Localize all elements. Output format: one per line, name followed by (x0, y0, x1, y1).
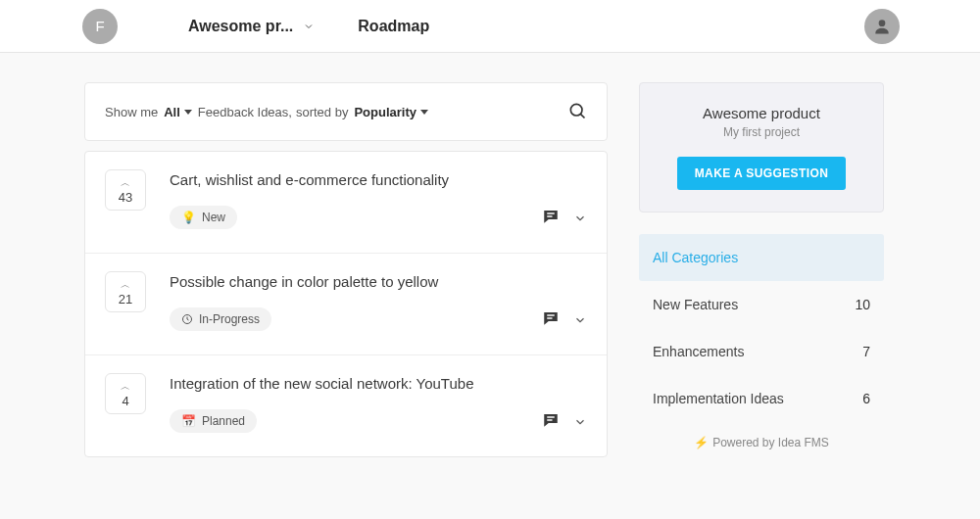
sort-dropdown[interactable]: Popularity (354, 105, 428, 119)
project-subtitle: My first project (658, 125, 865, 139)
upvote-button[interactable]: ︿4 (105, 373, 146, 414)
sort-value: Popularity (354, 105, 416, 119)
idea-card: ︿43Cart, wishlist and e-commerce functio… (85, 152, 607, 254)
comments-button[interactable] (542, 411, 560, 433)
category-label: Enhancements (653, 344, 744, 359)
idea-card: ︿4Integration of the new social network:… (85, 355, 607, 456)
roadmap-label: Roadmap (358, 18, 429, 34)
card-body: Cart, wishlist and e-commerce functional… (170, 169, 542, 229)
header-bar: F Awesome pr... Roadmap (0, 0, 980, 53)
project-title: Awesome product (658, 105, 865, 121)
vote-count: 4 (122, 394, 128, 408)
card-actions (542, 208, 587, 229)
upvote-button[interactable]: ︿43 (105, 169, 146, 211)
scope-dropdown[interactable]: All (164, 105, 192, 119)
caret-down-icon (184, 110, 192, 115)
feedback-ideas-label: Feedback Ideas, (198, 105, 292, 119)
project-panel: Awesome product My first project MAKE A … (639, 82, 884, 212)
header-nav: Awesome pr... Roadmap (188, 18, 429, 35)
chevron-down-icon (573, 313, 587, 327)
vote-count: 43 (119, 190, 132, 205)
chevron-down-icon (573, 415, 587, 429)
idea-title[interactable]: Cart, wishlist and e-commerce functional… (170, 171, 542, 188)
chevron-up-icon: ︿ (121, 176, 130, 190)
status-pill: 📅Planned (170, 409, 257, 433)
comments-button[interactable] (542, 309, 560, 331)
search-button[interactable] (567, 101, 587, 123)
left-column: Show me All Feedback Ideas, sorted by Po… (84, 82, 608, 457)
powered-by-label: Powered by Idea FMS (712, 436, 829, 449)
person-icon (872, 17, 892, 36)
search-icon (567, 101, 587, 120)
workspace-initial: F (95, 18, 104, 34)
filter-bar: Show me All Feedback Ideas, sorted by Po… (84, 82, 608, 141)
upvote-button[interactable]: ︿21 (105, 271, 146, 312)
card-actions (542, 411, 587, 433)
calendar-icon: 📅 (181, 414, 196, 428)
category-count: 7 (862, 344, 870, 359)
card-body: Possible change in color palette to yell… (170, 271, 542, 331)
category-list: All CategoriesNew Features10Enhancements… (639, 234, 884, 422)
right-sidebar: Awesome product My first project MAKE A … (639, 82, 884, 457)
chat-icon (542, 208, 560, 225)
caret-down-icon (420, 110, 428, 115)
category-item[interactable]: Implementation Ideas6 (639, 375, 884, 422)
vote-count: 21 (119, 292, 132, 307)
make-suggestion-label: MAKE A SUGGESTION (695, 166, 829, 180)
scope-value: All (164, 105, 180, 119)
idea-card: ︿21Possible change in color palette to y… (85, 254, 607, 355)
expand-button[interactable] (573, 212, 587, 229)
card-body: Integration of the new social network: Y… (170, 373, 542, 433)
project-name: Awesome pr... (188, 18, 293, 35)
make-suggestion-button[interactable]: MAKE A SUGGESTION (677, 157, 847, 190)
category-count: 6 (862, 391, 870, 406)
chat-icon (542, 411, 560, 429)
status-label: New (202, 211, 225, 224)
idea-list: ︿43Cart, wishlist and e-commerce functio… (84, 151, 608, 457)
status-pill: In-Progress (170, 307, 271, 331)
svg-point-0 (879, 20, 886, 26)
bulb-icon: 💡 (181, 211, 196, 224)
roadmap-link[interactable]: Roadmap (358, 18, 429, 35)
chevron-up-icon: ︿ (121, 278, 130, 292)
status-pill: 💡New (170, 206, 237, 229)
idea-title[interactable]: Integration of the new social network: Y… (170, 375, 542, 392)
powered-by: ⚡Powered by Idea FMS (639, 436, 884, 449)
bolt-icon: ⚡ (694, 436, 709, 449)
category-item[interactable]: All Categories (639, 234, 884, 281)
main-content: Show me All Feedback Ideas, sorted by Po… (0, 53, 980, 457)
status-label: Planned (202, 414, 245, 428)
category-item[interactable]: New Features10 (639, 281, 884, 328)
workspace-avatar[interactable]: F (82, 9, 118, 44)
sorted-by-label: sorted by (296, 105, 348, 119)
card-actions (542, 309, 587, 331)
clock-icon (181, 313, 193, 325)
status-label: In-Progress (199, 312, 260, 326)
chevron-down-icon (303, 21, 315, 32)
category-label: Implementation Ideas (653, 391, 784, 406)
chat-icon (542, 309, 560, 327)
expand-button[interactable] (573, 313, 587, 331)
svg-line-2 (580, 114, 584, 118)
svg-point-1 (570, 104, 582, 116)
show-me-label: Show me (105, 105, 158, 119)
expand-button[interactable] (573, 415, 587, 433)
category-label: All Categories (653, 250, 738, 265)
idea-title[interactable]: Possible change in color palette to yell… (170, 273, 542, 290)
chevron-down-icon (573, 212, 587, 225)
project-selector[interactable]: Awesome pr... (188, 18, 315, 35)
chevron-up-icon: ︿ (121, 380, 130, 394)
category-label: New Features (653, 297, 738, 312)
category-count: 10 (855, 297, 870, 312)
category-item[interactable]: Enhancements7 (639, 328, 884, 375)
comments-button[interactable] (542, 208, 560, 229)
user-avatar[interactable] (864, 9, 900, 44)
